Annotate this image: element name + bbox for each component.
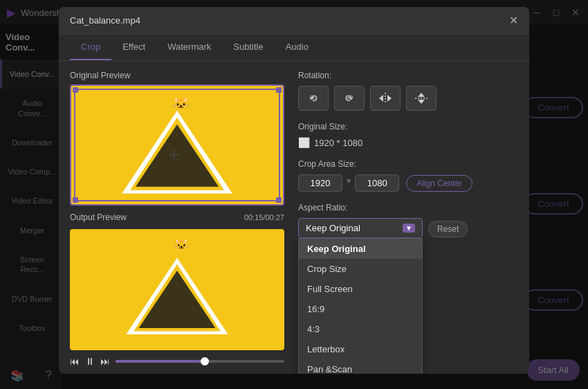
original-size-label: Original Size: <box>298 122 518 132</box>
output-preview-label: Output Preview <box>70 212 127 222</box>
output-triangle-illustration <box>125 251 229 334</box>
dropdown-item-crop-size[interactable]: Crop Size <box>299 259 422 279</box>
crop-width-input[interactable] <box>298 174 342 192</box>
crop-area-label: Crop Area Size: <box>298 159 518 169</box>
dropdown-arrow-icon: ▼ <box>403 224 415 233</box>
skip-forward-btn[interactable]: ⏭ <box>100 356 110 367</box>
reset-button[interactable]: Reset <box>428 221 468 237</box>
svg-marker-12 <box>379 95 383 102</box>
preview-section: Original Preview 🐱 <box>70 71 284 367</box>
svg-marker-16 <box>418 100 425 104</box>
output-cat-icon: 🐱 <box>174 237 189 253</box>
dropdown-item-pan-scan[interactable]: Pan &Scan <box>299 359 422 374</box>
video-controls: ⏮ ⏸ ⏭ <box>70 356 284 367</box>
controls-section: Rotation: ⟲ 90 ⟳ 90 <box>298 71 518 367</box>
aspect-ratio-wrapper: Keep Original ▼ Keep Original Crop Size … <box>298 218 423 238</box>
flip-horizontal-btn[interactable] <box>370 86 401 111</box>
aspect-ratio-dropdown: Keep Original Crop Size Full Screen 16:9… <box>298 238 423 374</box>
tab-watermark[interactable]: Watermark <box>156 35 222 60</box>
dropdown-item-4-3[interactable]: 4:3 <box>299 319 422 339</box>
skip-back-btn[interactable]: ⏮ <box>70 356 80 367</box>
progress-thumb[interactable] <box>201 357 209 365</box>
dropdown-item-full-screen[interactable]: Full Screen <box>299 279 422 299</box>
dialog-overlay: Cat_balance.mp4 ✕ Crop Effect Watermark … <box>0 0 588 389</box>
tab-crop[interactable]: Crop <box>70 35 111 60</box>
crop-separator: * <box>347 177 351 190</box>
svg-text:90: 90 <box>310 94 317 101</box>
flip-h-icon <box>378 91 393 105</box>
output-preview-box: 🐱 <box>70 229 284 350</box>
crop-handle-bl[interactable] <box>73 197 78 203</box>
crop-inputs: * Align Center <box>298 174 518 192</box>
dialog-body: Original Preview 🐱 <box>59 61 529 374</box>
rotate-cw-btn[interactable]: ⟳ 90 <box>334 86 365 111</box>
align-center-button[interactable]: Align Center <box>406 175 472 192</box>
tab-effect[interactable]: Effect <box>111 35 156 60</box>
rotation-label: Rotation: <box>298 71 518 80</box>
dialog-close-button[interactable]: ✕ <box>509 14 518 27</box>
original-preview-box: 🐱 ✛ <box>70 84 284 206</box>
dialog-title: Cat_balance.mp4 <box>70 15 509 26</box>
play-pause-btn[interactable]: ⏸ <box>85 356 95 367</box>
dropdown-item-keep-original[interactable]: Keep Original <box>299 239 422 259</box>
crop-handle-tl[interactable] <box>73 87 78 93</box>
move-cursor-icon: ✛ <box>169 147 179 163</box>
tab-subtitle[interactable]: Subtitle <box>222 35 274 60</box>
dropdown-item-letterbox[interactable]: Letterbox <box>299 339 422 359</box>
aspect-ratio-label: Aspect Ratio: <box>298 203 518 212</box>
crop-handle-br[interactable] <box>276 197 282 203</box>
output-time: 00:15/00:27 <box>244 213 284 221</box>
crop-dialog: Cat_balance.mp4 ✕ Crop Effect Watermark … <box>59 7 529 374</box>
flip-v-icon <box>414 91 429 105</box>
flip-vertical-btn[interactable] <box>406 86 437 111</box>
svg-marker-15 <box>418 93 425 97</box>
rotate-cw-icon: ⟳ 90 <box>342 91 356 105</box>
crop-area-group: Crop Area Size: * Align Center <box>298 159 518 192</box>
tab-audio[interactable]: Audio <box>275 35 320 60</box>
aspect-ratio-select[interactable]: Keep Original ▼ <box>298 218 423 238</box>
size-display: ⬜ 1920 * 1080 <box>298 137 518 148</box>
progress-fill <box>116 360 208 363</box>
dialog-tabs: Crop Effect Watermark Subtitle Audio <box>59 35 529 61</box>
size-icon: ⬜ <box>298 137 310 148</box>
rotate-ccw-icon: ⟲ 90 <box>306 91 320 105</box>
original-size-group: Original Size: ⬜ 1920 * 1080 <box>298 122 518 148</box>
crop-height-input[interactable] <box>355 174 399 192</box>
rotation-group: Rotation: ⟲ 90 ⟳ 90 <box>298 71 518 111</box>
aspect-ratio-group: Aspect Ratio: Keep Original ▼ Keep Origi… <box>298 203 518 238</box>
svg-text:90: 90 <box>346 94 353 101</box>
cat-icon: 🐱 <box>172 96 190 112</box>
aspect-ratio-selected: Keep Original <box>306 223 360 233</box>
crop-handle-tr[interactable] <box>276 87 282 93</box>
original-preview-label: Original Preview <box>70 71 284 80</box>
svg-marker-13 <box>387 95 392 102</box>
dialog-header: Cat_balance.mp4 ✕ <box>59 7 529 35</box>
original-size-value: 1920 * 1080 <box>314 138 362 148</box>
progress-bar[interactable] <box>116 360 284 363</box>
rotate-ccw-btn[interactable]: ⟲ 90 <box>298 86 329 111</box>
dropdown-item-16-9[interactable]: 16:9 <box>299 299 422 319</box>
rotation-buttons: ⟲ 90 ⟳ 90 <box>298 86 518 111</box>
